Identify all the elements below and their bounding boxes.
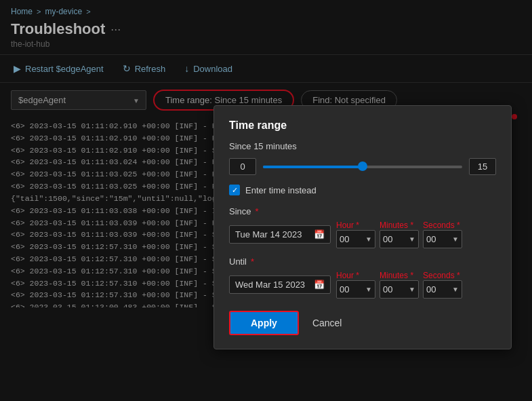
since-date-value: Tue Mar 14 2023 [235, 229, 302, 240]
until-date-input[interactable]: Wed Mar 15 2023 📅 [229, 275, 331, 294]
slider-fill [263, 166, 363, 168]
since-minutes-chevron-icon: ▼ [409, 235, 415, 243]
until-seconds-select[interactable]: 00 ▼ [423, 280, 462, 299]
since-seconds-select[interactable]: 00 ▼ [423, 230, 462, 248]
until-minutes-label: Minutes * [380, 271, 419, 280]
since-seconds-label: Seconds * [423, 221, 462, 230]
enter-time-checkbox[interactable]: ✓ [229, 185, 240, 195]
until-fields: Wed Mar 15 2023 📅 Hour * 00 ▼ Minutes * [229, 271, 496, 299]
until-time-group: Hour * 00 ▼ Minutes * 00 ▼ [336, 271, 462, 299]
until-required-star: * [251, 256, 254, 267]
slider-max-value: 15 [469, 158, 496, 175]
since-fields: Tue Mar 14 2023 📅 Hour * 00 ▼ Minutes * [229, 221, 496, 248]
check-icon: ✓ [232, 186, 238, 195]
slider-track[interactable] [263, 166, 462, 168]
since-time-group: Hour * 00 ▼ Minutes * 00 ▼ [336, 221, 462, 248]
slider-row: 15 [229, 158, 496, 175]
since-minutes-select[interactable]: 00 ▼ [380, 230, 419, 248]
until-minutes-chevron-icon: ▼ [409, 286, 415, 293]
until-minutes-select[interactable]: 00 ▼ [380, 280, 419, 299]
since-hour-select[interactable]: 00 ▼ [336, 230, 375, 248]
slider-min-input[interactable] [229, 158, 256, 175]
until-calendar-icon: 📅 [314, 280, 325, 290]
until-sec-star: * [457, 271, 460, 280]
since-date-input[interactable]: Tue Mar 14 2023 📅 [229, 225, 331, 244]
since-minutes-label: Minutes * [380, 221, 419, 230]
apply-button[interactable]: Apply [229, 311, 299, 335]
until-row-label: Until * [229, 256, 496, 267]
since-seconds-chevron-icon: ▼ [452, 235, 459, 243]
slider-thumb[interactable] [358, 161, 367, 171]
checkbox-row: ✓ Enter time instead [229, 185, 496, 195]
until-min-star: * [410, 271, 413, 280]
cancel-button[interactable]: Cancel [306, 312, 349, 334]
since-hour-chevron-icon: ▼ [365, 235, 372, 243]
until-hour-label: Hour * [336, 271, 375, 280]
action-row: Apply Cancel [229, 311, 496, 335]
until-seconds-label: Seconds * [423, 271, 462, 280]
until-hour-select[interactable]: 00 ▼ [336, 280, 375, 299]
until-section: Until * Wed Mar 15 2023 📅 Hour * 00 ▼ [229, 256, 496, 299]
until-seconds-chevron-icon: ▼ [452, 286, 459, 293]
since-label: Since 15 minutes [229, 141, 496, 151]
since-hour-label: Hour * [336, 221, 375, 230]
panel-title: Time range [229, 119, 496, 132]
since-required-star: * [255, 206, 259, 216]
since-row-label: Since * [229, 206, 496, 216]
enter-time-label[interactable]: Enter time instead [245, 185, 316, 195]
since-sec-star: * [457, 221, 460, 230]
until-field-label: Until [229, 256, 247, 267]
since-min-star: * [410, 221, 413, 230]
since-section: Since * Tue Mar 14 2023 📅 Hour * 00 ▼ [229, 206, 496, 248]
until-hour-chevron-icon: ▼ [365, 286, 372, 293]
since-hour-star: * [356, 221, 359, 230]
since-field-label: Since [229, 206, 251, 216]
time-range-panel: Time range Since 15 minutes 15 ✓ Enter t… [213, 105, 512, 349]
calendar-icon: 📅 [314, 229, 325, 240]
until-hour-star: * [356, 271, 359, 280]
until-date-value: Wed Mar 15 2023 [235, 280, 305, 290]
